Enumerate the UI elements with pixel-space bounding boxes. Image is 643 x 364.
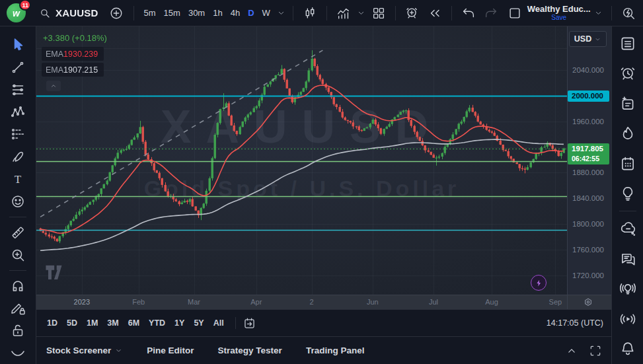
clock-utc[interactable]: 14:17:05 (UTC)	[547, 318, 603, 328]
sidebar-item-minds-cloud[interactable]	[612, 214, 643, 244]
eye-icon	[10, 345, 26, 361]
sidebar-item-alerts-clock[interactable]	[612, 58, 643, 88]
legend-collapse-button[interactable]	[46, 81, 61, 91]
tradingview-logo-watermark[interactable]	[45, 264, 67, 284]
timeframe-1h[interactable]: 1h	[209, 5, 226, 20]
range-ytd[interactable]: YTD	[144, 316, 170, 330]
economic-calendar-icon	[619, 155, 636, 172]
sidebar-item-ideas-bulb[interactable]	[612, 178, 643, 208]
sidebar-item-watchlist[interactable]	[612, 28, 643, 58]
chevron-down-icon	[594, 36, 601, 43]
app-logo[interactable]: w 11	[7, 3, 26, 22]
range-1m[interactable]: 1M	[82, 316, 102, 330]
sidebar-item-streams-bulb[interactable]	[612, 274, 643, 304]
ema-legend-row[interactable]: EMA 1930.239	[42, 47, 104, 61]
sidebar-item-live-broadcast[interactable]	[612, 304, 643, 334]
toolbar-divider	[9, 217, 26, 217]
timeframe-30m[interactable]: 30m	[184, 5, 209, 20]
center-column: XAUUSD Gold Spot / U.S. Dollar +3.380 (+…	[36, 26, 611, 364]
price-tick: 1800.000	[572, 220, 604, 228]
tool-trend-line[interactable]	[0, 56, 36, 79]
timeframe-15m[interactable]: 15m	[160, 5, 184, 20]
tool-forecast[interactable]	[0, 123, 36, 145]
tool-text[interactable]: T	[0, 168, 36, 190]
range-buttons: 1D5D1M3M6MYTD1Y5YAll	[42, 316, 229, 330]
symbol-search-button[interactable]: XAUUSD	[34, 5, 104, 22]
candlestick-chart[interactable]	[36, 26, 567, 295]
layout-name[interactable]: Wealthy Educ...	[527, 5, 591, 14]
timeframe-chevron-icon[interactable]	[276, 8, 286, 18]
tab-trading-panel[interactable]: Trading Panel	[306, 346, 365, 355]
redo-icon[interactable]	[484, 6, 498, 20]
layout-chevron-icon[interactable]	[593, 8, 603, 18]
timeframe-5m[interactable]: 5m	[140, 5, 160, 20]
toolbar-separator	[293, 6, 293, 20]
svg-text:T: T	[15, 173, 22, 186]
search-icon	[39, 7, 51, 19]
range-1y[interactable]: 1Y	[170, 316, 189, 330]
tool-brush[interactable]	[0, 145, 36, 168]
sidebar-item-economic-calendar[interactable]	[612, 149, 643, 178]
tool-emoji[interactable]	[0, 190, 36, 213]
toolbar-separator	[133, 6, 134, 20]
pane-divider	[36, 48, 611, 49]
maximize-panel-icon[interactable]	[589, 344, 602, 357]
price-change-text: +3.380 (+0.18%)	[42, 30, 108, 47]
tool-eye[interactable]	[0, 342, 36, 364]
sidebar-item-chat-bubbles[interactable]	[612, 244, 643, 273]
chart-style-icon[interactable]	[303, 6, 317, 20]
sidebar-item-hotlist-flame[interactable]	[612, 118, 643, 148]
currency-selector[interactable]: USD	[569, 31, 607, 47]
watchlist-icon	[619, 35, 636, 52]
tool-fib-retracement[interactable]	[0, 79, 36, 101]
quick-search-icon[interactable]	[621, 6, 636, 20]
tab-pine-editor[interactable]: Pine Editor	[147, 346, 194, 355]
indicators-chevron-icon[interactable]	[356, 8, 366, 18]
save-layout-icon[interactable]	[508, 6, 522, 20]
tool-xabcd-pattern[interactable]	[0, 101, 36, 124]
compare-add-icon[interactable]	[109, 6, 124, 20]
timeframe-4h[interactable]: 4h	[227, 5, 244, 20]
timeframe-D[interactable]: D	[244, 5, 258, 20]
sidebar-item-notifications-bell[interactable]	[612, 334, 643, 364]
go-to-date-icon[interactable]	[243, 316, 256, 330]
lock-all-icon	[10, 322, 26, 338]
drawing-toolbar: T	[0, 26, 36, 364]
save-label[interactable]: Save	[551, 14, 566, 21]
create-alert-icon[interactable]	[405, 6, 420, 20]
undo-icon[interactable]	[461, 6, 476, 20]
range-3m[interactable]: 3M	[102, 316, 123, 330]
layout-save-group[interactable]: Wealthy Educ... Save	[504, 5, 604, 21]
tab-strategy-tester[interactable]: Strategy Tester	[218, 346, 282, 355]
range-6m[interactable]: 6M	[124, 316, 144, 330]
timeframe-W[interactable]: W	[258, 5, 274, 20]
layout-grid-icon[interactable]	[371, 6, 386, 20]
tool-zoom-in[interactable]	[0, 244, 36, 266]
tool-drawing-lock[interactable]	[0, 297, 36, 319]
range-all[interactable]: All	[209, 316, 229, 330]
range-5d[interactable]: 5D	[62, 316, 82, 330]
range-5y[interactable]: 5Y	[189, 316, 208, 330]
sidebar-item-text-notes[interactable]	[612, 89, 643, 118]
range-1d[interactable]: 1D	[42, 316, 62, 330]
axis-settings-gear-icon[interactable]	[582, 297, 594, 309]
bar-replay-icon[interactable]	[428, 6, 442, 20]
open-panel-chevron-icon[interactable]	[565, 344, 578, 357]
ema-legend-row[interactable]: EMA 1907.215	[42, 63, 104, 77]
price-tick: 1720.000	[572, 272, 604, 279]
tab-label: Strategy Tester	[218, 346, 282, 355]
tool-magnet[interactable]	[0, 274, 36, 297]
magnet-icon	[10, 277, 26, 293]
zoom-in-icon	[10, 247, 26, 263]
price-axis[interactable]: 2000.000 1917.805 06:42:55 2040.0001960.…	[567, 26, 611, 295]
tool-lock-all[interactable]	[0, 319, 36, 342]
fib-retracement-icon	[10, 82, 26, 98]
boost-button[interactable]	[531, 275, 547, 291]
time-tick-2023: 2023	[74, 298, 90, 306]
tool-ruler[interactable]	[0, 221, 36, 244]
time-axis[interactable]: 2023FebMarApr2JunJulAugSep	[36, 295, 611, 309]
indicators-icon[interactable]	[336, 6, 351, 20]
tab-stock-screener[interactable]: Stock Screener	[46, 346, 123, 355]
tool-cursor[interactable]	[0, 34, 36, 56]
chart-legend: +3.380 (+0.18%) EMA 1930.239 EMA 1907.21…	[42, 30, 108, 79]
